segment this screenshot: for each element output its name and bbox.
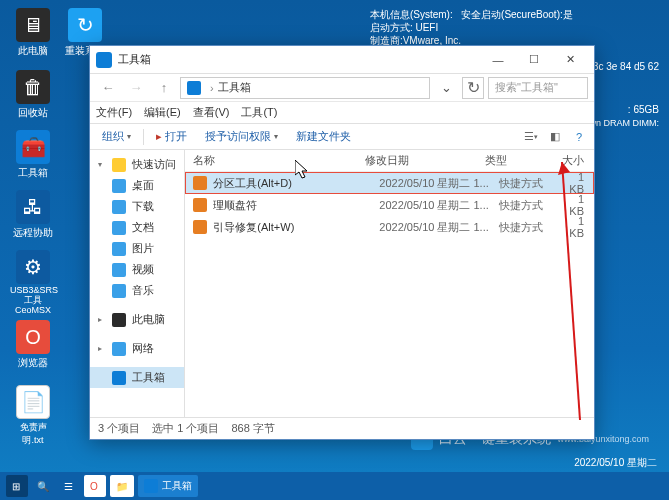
network-icon [112,342,126,356]
window-icon [96,52,112,68]
sidebar-item-network[interactable]: ▸网络 [90,338,184,359]
reinstall-icon: ↻ [68,8,102,42]
status-count: 3 个项目 [98,421,140,436]
document-icon [112,221,126,235]
organize-button[interactable]: 组织▾ [96,127,137,146]
window-title: 工具箱 [118,52,151,67]
desktop-icon [112,179,126,193]
video-icon [112,263,126,277]
desktop-icon-txt[interactable]: 📄免责声明.txt [10,385,56,447]
minimize-button[interactable]: — [480,46,516,74]
desktop-date: 2022/05/10 星期二 [574,456,657,470]
taskview-button[interactable]: ☰ [58,475,80,497]
toolbar: 组织▾ ▸打开 授予访问权限▾ 新建文件夹 ☰▾ ◧ ? [90,124,594,150]
file-list: 名称 修改日期 类型 大小 分区工具(Alt+D) 2022/05/10 星期二… [185,150,594,417]
statusbar: 3 个项目 选中 1 个项目 868 字节 [90,417,594,439]
close-button[interactable]: ✕ [552,46,588,74]
taskbar-task-toolbox[interactable]: 工具箱 [138,475,198,497]
toolbox-icon: 🧰 [16,130,50,164]
address-dropdown-button[interactable]: ⌄ [434,77,458,99]
download-icon [112,200,126,214]
sidebar-item-documents[interactable]: 文档 [90,217,184,238]
titlebar[interactable]: 工具箱 — ☐ ✕ [90,46,594,74]
file-row[interactable]: 引导修复(Alt+W) 2022/05/10 星期二 1... 快捷方式 1 K… [185,216,594,238]
taskbar-search-button[interactable]: 🔍 [32,475,54,497]
sidebar: ▾快速访问 桌面 下载 文档 图片 视频 音乐 ▸此电脑 ▸网络 工具箱 [90,150,185,417]
open-button[interactable]: ▸打开 [150,127,193,146]
taskbar-explorer-icon[interactable]: 📁 [110,475,134,497]
menu-tools[interactable]: 工具(T) [241,105,277,120]
folder-icon [187,81,201,95]
desktop-icon-browser[interactable]: O浏览器 [10,320,56,370]
desktop-icon-remote[interactable]: 🖧远程协助 [10,190,56,240]
sidebar-item-toolbox[interactable]: 工具箱 [90,367,184,388]
sidebar-item-music[interactable]: 音乐 [90,280,184,301]
desktop-icon-thispc[interactable]: 🖥此电脑 [10,8,56,58]
taskbar-browser-icon[interactable]: O [84,475,106,497]
sidebar-item-videos[interactable]: 视频 [90,259,184,280]
menu-view[interactable]: 查看(V) [193,105,230,120]
newfolder-button[interactable]: 新建文件夹 [290,127,357,146]
taskbar: ⊞ 🔍 ☰ O 📁 工具箱 [0,472,669,500]
desktop-icon-toolbox[interactable]: 🧰工具箱 [10,130,56,180]
file-row[interactable]: 理顺盘符 2022/05/10 星期二 1... 快捷方式 1 KB [185,194,594,216]
toolbox-small-icon [112,371,126,385]
maximize-button[interactable]: ☐ [516,46,552,74]
pc-small-icon [112,313,126,327]
sidebar-item-downloads[interactable]: 下载 [90,196,184,217]
explorer-window: 工具箱 — ☐ ✕ ← → ↑ › 工具箱 ⌄ ↻ 搜索"工具箱" 文件(F) … [89,45,595,440]
toolbox-taskbar-icon [144,479,158,493]
chevron-right-icon: › [210,82,214,94]
refresh-button[interactable]: ↻ [462,77,484,99]
remote-icon: 🖧 [16,190,50,224]
status-bytes: 868 字节 [231,421,274,436]
file-row[interactable]: 分区工具(Alt+D) 2022/05/10 星期二 1... 快捷方式 1 K… [185,172,594,194]
browser-icon: O [16,320,50,354]
sidebar-item-pictures[interactable]: 图片 [90,238,184,259]
search-input[interactable]: 搜索"工具箱" [488,77,588,99]
music-icon [112,284,126,298]
menu-edit[interactable]: 编辑(E) [144,105,181,120]
address-field[interactable]: › 工具箱 [180,77,430,99]
recycle-icon: 🗑 [16,70,50,104]
pc-icon: 🖥 [16,8,50,42]
start-button[interactable]: ⊞ [6,475,28,497]
desktop-icon-recycle[interactable]: 🗑回收站 [10,70,56,120]
permissions-button[interactable]: 授予访问权限▾ [199,127,284,146]
sidebar-item-desktop[interactable]: 桌面 [90,175,184,196]
address-bar: ← → ↑ › 工具箱 ⌄ ↻ 搜索"工具箱" [90,74,594,102]
sidebar-item-thispc[interactable]: ▸此电脑 [90,309,184,330]
txt-icon: 📄 [16,385,50,419]
picture-icon [112,242,126,256]
status-selection: 选中 1 个项目 [152,421,219,436]
shortcut-icon [193,198,207,212]
nav-up-button[interactable]: ↑ [152,77,176,99]
star-icon [112,158,126,172]
preview-pane-button[interactable]: ◧ [546,128,564,146]
column-date[interactable]: 修改日期 [365,153,485,168]
column-size[interactable]: 大小 [555,153,594,168]
view-button[interactable]: ☰▾ [522,128,540,146]
column-name[interactable]: 名称 [185,153,365,168]
menubar: 文件(F) 编辑(E) 查看(V) 工具(T) [90,102,594,124]
nav-forward-button[interactable]: → [124,77,148,99]
shortcut-icon [193,220,207,234]
help-button[interactable]: ? [570,128,588,146]
desktop-icon-usb[interactable]: ⚙USB3&SRS 工具CeoMSX [10,250,56,316]
sidebar-item-quick[interactable]: ▾快速访问 [90,154,184,175]
column-type[interactable]: 类型 [485,153,555,168]
nav-back-button[interactable]: ← [96,77,120,99]
menu-file[interactable]: 文件(F) [96,105,132,120]
list-header: 名称 修改日期 类型 大小 [185,150,594,172]
usb-icon: ⚙ [16,250,50,284]
shortcut-icon [193,176,207,190]
